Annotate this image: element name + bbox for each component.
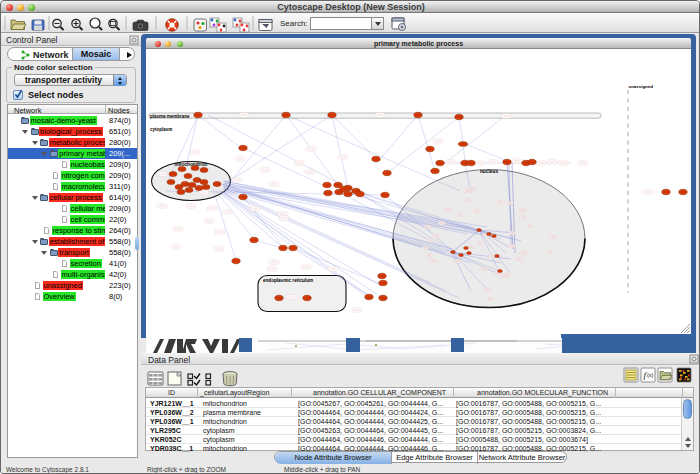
svg-text:plasma membrane: plasma membrane (150, 114, 190, 119)
svg-text:(x): (x) (647, 372, 654, 378)
svg-text:nucleus: nucleus (480, 169, 498, 174)
svg-text:endoplasmic reticulum: endoplasmic reticulum (263, 278, 313, 283)
svg-text:cytoplasm: cytoplasm (150, 127, 172, 132)
svg-text:mitochondrion: mitochondrion (175, 162, 208, 167)
svg-text:unassigned: unassigned (629, 84, 654, 89)
